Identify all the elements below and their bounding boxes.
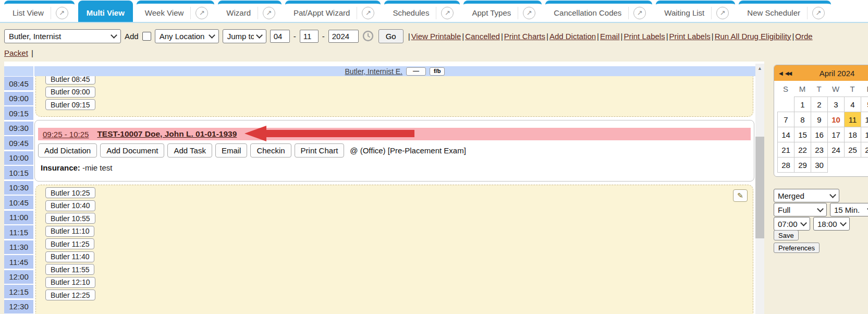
- add-dictation-button[interactable]: Add Dictation: [38, 143, 97, 158]
- open-in-new-icon[interactable]: ↗: [812, 7, 825, 19]
- calendar-day-18[interactable]: 18: [844, 127, 861, 142]
- open-slot-button-butler-11-40[interactable]: Butler 11:40: [45, 251, 94, 262]
- day-start-select[interactable]: 07:00: [774, 217, 810, 231]
- add-checkbox[interactable]: [142, 32, 151, 41]
- calendar-day-30[interactable]: 30: [811, 157, 828, 173]
- calendar-day-26[interactable]: 26: [861, 142, 868, 158]
- calendar-day-3[interactable]: 3: [827, 96, 845, 112]
- toolbar-link-print-labels[interactable]: Print Labels: [624, 32, 665, 41]
- calendar-day-9[interactable]: 9: [811, 112, 828, 127]
- calendar-day-28[interactable]: 28: [777, 157, 794, 173]
- email-button[interactable]: Email: [215, 143, 248, 158]
- tab-appt-types[interactable]: Appt Types↗: [463, 1, 542, 22]
- edit-pencil-icon[interactable]: ✎: [733, 189, 748, 202]
- calendar-day-24[interactable]: 24: [827, 142, 845, 158]
- scrollbar-thumb[interactable]: [755, 137, 764, 238]
- toolbar-link-print-labels[interactable]: Print Labels: [669, 32, 711, 41]
- open-slot-button-butler-12-10[interactable]: Butler 12:10: [45, 277, 95, 288]
- open-in-new-icon[interactable]: ↗: [362, 7, 374, 19]
- toolbar-link-print-charts[interactable]: Print Charts: [504, 32, 545, 41]
- calendar-day-5[interactable]: 5: [861, 96, 868, 112]
- day-end-select[interactable]: 18:00: [813, 217, 850, 231]
- calendar-day-8[interactable]: 8: [794, 112, 811, 127]
- calendar-day-22[interactable]: 22: [794, 142, 811, 158]
- scroll-up-arrow-icon[interactable]: ▲: [755, 64, 764, 73]
- open-in-new-icon[interactable]: ↗: [633, 7, 646, 19]
- calendar-day-7[interactable]: 7: [777, 112, 794, 127]
- calendar-day-11[interactable]: 11: [844, 112, 861, 127]
- location-select[interactable]: Any Location: [155, 29, 219, 43]
- patient-link[interactable]: TEST-10007 Doe, John L. 01-01-1939: [97, 129, 237, 139]
- size-select[interactable]: Full: [774, 203, 827, 216]
- clock-icon[interactable]: [362, 30, 375, 42]
- open-slot-button-butler-11-25[interactable]: Butler 11:25: [45, 238, 94, 249]
- go-button[interactable]: Go: [378, 29, 404, 43]
- provider-header-link[interactable]: Butler, Internist E.: [345, 67, 403, 76]
- toolbar-link-email[interactable]: Email: [600, 32, 620, 41]
- open-in-new-icon[interactable]: ↗: [56, 7, 68, 19]
- prev-year-icon[interactable]: ◀◀: [785, 70, 791, 76]
- jump-to-select[interactable]: Jump to: [223, 29, 266, 43]
- calendar-day-21[interactable]: 21: [777, 142, 794, 158]
- tab-pat-appt-wizard[interactable]: Pat/Appt Wizard↗: [285, 1, 381, 22]
- calendar-day-4[interactable]: 4: [844, 96, 861, 112]
- calendar-day-19[interactable]: 19: [861, 127, 868, 142]
- tab-new-scheduler[interactable]: New Scheduler↗: [739, 1, 831, 22]
- calendar-day-2[interactable]: 2: [811, 96, 828, 112]
- toolbar-link-run-all-drug-eligibility[interactable]: Run All Drug Eligibility: [715, 32, 791, 41]
- toolbar-link-add-dictation[interactable]: Add Dictation: [549, 32, 596, 41]
- calendar-day-17[interactable]: 17: [827, 127, 845, 142]
- toolbar-link-orde[interactable]: Orde: [795, 32, 812, 41]
- tab-wizard[interactable]: Wizard↗: [218, 1, 282, 22]
- open-slot-button-butler-12-25[interactable]: Butler 12:25: [45, 289, 95, 300]
- provider-select[interactable]: Butler, Internist: [4, 29, 121, 43]
- open-slot-button-butler-09-15[interactable]: Butler 09:15: [45, 99, 95, 110]
- open-slot-button-butler-09-00[interactable]: Butler 09:00: [45, 87, 95, 98]
- tab-multi-view[interactable]: Multi View: [78, 1, 133, 22]
- add-task-button[interactable]: Add Task: [167, 143, 212, 158]
- calendar-day-23[interactable]: 23: [811, 142, 828, 158]
- save-button[interactable]: Save: [774, 230, 799, 240]
- print-chart-button[interactable]: Print Chart: [295, 143, 345, 158]
- calendar-day-14[interactable]: 14: [777, 127, 794, 142]
- vertical-scrollbar[interactable]: ▲: [755, 64, 764, 314]
- tab-week-view[interactable]: Week View↗: [137, 1, 214, 22]
- tab-cancellation-codes[interactable]: Cancellation Codes↗: [545, 1, 652, 22]
- open-slot-button-butler-10-25[interactable]: Butler 10:25: [45, 187, 95, 198]
- month-input[interactable]: 04: [270, 30, 290, 43]
- collapse-column-button[interactable]: —: [406, 67, 426, 76]
- tab-list-view[interactable]: List View↗: [4, 1, 75, 22]
- checkin-button[interactable]: Checkin: [250, 143, 291, 158]
- preferences-button[interactable]: Preferences: [774, 243, 820, 253]
- open-slot-button-butler-11-55[interactable]: Butler 11:55: [45, 264, 94, 275]
- open-slot-button-butler-11-10[interactable]: Butler 11:10: [45, 226, 94, 237]
- tab-schedules[interactable]: Schedules↗: [384, 1, 460, 22]
- calendar-day-25[interactable]: 25: [844, 142, 861, 158]
- calendar-day-10[interactable]: 10: [827, 112, 845, 127]
- open-in-new-icon[interactable]: ↗: [441, 7, 454, 19]
- calendar-day-15[interactable]: 15: [794, 127, 811, 142]
- open-slot-button-butler-10-55[interactable]: Butler 10:55: [45, 213, 95, 224]
- prev-month-icon[interactable]: ◀: [779, 70, 782, 76]
- open-in-new-icon[interactable]: ↗: [716, 7, 729, 19]
- calendar-day-12[interactable]: 12: [861, 112, 868, 127]
- year-input[interactable]: 2024: [328, 30, 359, 43]
- view-mode-select[interactable]: Merged: [774, 189, 839, 202]
- tab-waiting-list[interactable]: Waiting List↗: [656, 1, 735, 22]
- toolbar-link-view-printable[interactable]: View Printable: [411, 32, 461, 41]
- open-in-new-icon[interactable]: ↗: [195, 7, 208, 19]
- calendar-day-16[interactable]: 16: [811, 127, 828, 142]
- day-input[interactable]: 11: [300, 30, 319, 43]
- time-label-11-30: 11:30: [4, 240, 33, 254]
- toolbar-link-cancelled[interactable]: Cancelled: [465, 32, 500, 41]
- open-in-new-icon[interactable]: ↗: [523, 7, 535, 19]
- add-document-button[interactable]: Add Document: [100, 143, 164, 158]
- interval-select[interactable]: 15 Min.: [830, 203, 868, 216]
- calendar-day-1[interactable]: 1: [794, 96, 811, 112]
- fb-button[interactable]: f/b: [430, 67, 445, 76]
- packet-link[interactable]: Packet: [4, 49, 28, 57]
- appointment-time-link[interactable]: 09:25 - 10:25: [43, 130, 89, 139]
- open-slot-button-butler-10-40[interactable]: Butler 10:40: [45, 200, 95, 211]
- open-in-new-icon[interactable]: ↗: [263, 7, 275, 19]
- calendar-day-29[interactable]: 29: [794, 157, 811, 173]
